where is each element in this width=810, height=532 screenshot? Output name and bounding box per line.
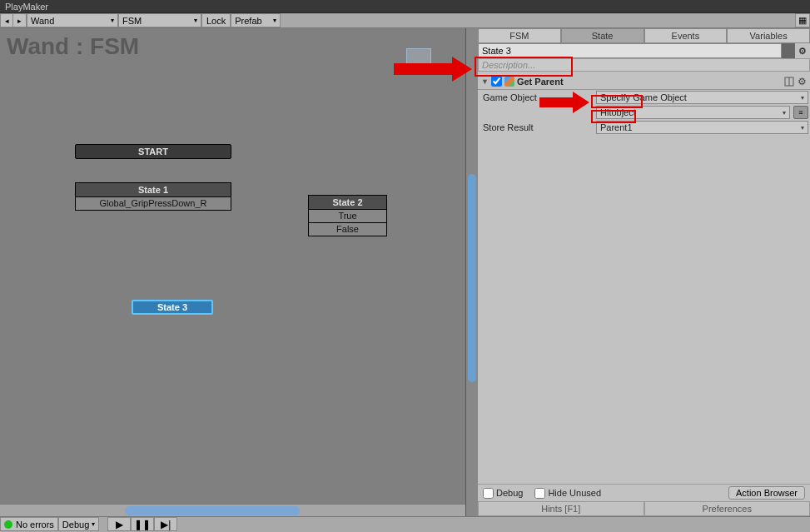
status-bar: No errors Debug ▾ ▶ ❚❚ ▶| [0,516,810,531]
history-back-button[interactable]: ◂ [0,13,13,27]
step-button[interactable]: ▶| [154,517,177,531]
error-text: No errors [16,520,54,530]
hitobject-dropdown[interactable]: Hitobject ▾ [596,106,790,119]
prop-label: Store Result [483,122,596,132]
dropdown-arrow-icon: ▾ [273,17,276,24]
status-ok-icon [4,520,12,529]
lock-label: Lock [206,16,226,26]
prefab-dropdown[interactable]: Prefab ▾ [231,13,281,27]
node-state2[interactable]: State 2 True False [308,195,387,236]
debug-checkbox[interactable] [483,488,494,499]
annotation-arrow-head-icon [452,57,472,82]
scrollbar-thumb[interactable] [468,174,476,382]
annotation-arrow-body [394,63,452,75]
dropdown-value: Hitobject [600,107,783,117]
inspector-tabs: FSM State Events Variables [478,28,810,43]
dropdown-arrow-icon: ▾ [783,109,786,117]
state-name-input[interactable] [478,43,782,58]
dropdown-value: Specify Game Object [600,92,801,102]
node-state3-title: State 3 [157,302,187,312]
tab-state[interactable]: State [561,28,644,43]
history-forward-button[interactable]: ▸ [13,13,27,27]
game-object-dropdown[interactable]: Specify Game Object ▾ [596,91,808,104]
canvas-horizontal-scrollbar[interactable] [0,504,465,516]
scrollbar-thumb[interactable] [125,506,300,515]
window-title: PlayMaker [5,2,48,12]
action-header-get-parent[interactable]: ▼ Get Parent [478,73,810,90]
debug-mode-label: Debug [62,520,89,530]
node-state2-event-0[interactable]: True [308,210,387,223]
variable-toggle-button[interactable]: ≡ [793,106,808,119]
debug-mode-dropdown[interactable]: Debug ▾ [58,517,99,531]
annotation-arrow-head-icon [573,92,589,113]
inspector-empty-area[interactable] [478,135,810,484]
color-swatch[interactable] [782,43,795,58]
tab-fsm[interactable]: FSM [478,28,561,43]
node-state1[interactable]: State 1 Global_GripPressDown_R [75,182,231,211]
canvas-vertical-scrollbar[interactable] [466,28,478,516]
debug-label: Debug [496,488,523,498]
action-type-icon [504,77,514,87]
prop-game-object: Game Object Specify Game Object ▾ [478,90,810,105]
pause-button[interactable]: ❚❚ [131,517,154,531]
prefab-label: Prefab [235,16,271,26]
prop-store-result: Store Result Parent1 ▾ [478,120,810,135]
fsm-owner-dropdown[interactable]: Wand ▾ [27,13,118,27]
action-browser-button[interactable]: Action Browser [728,486,805,500]
store-result-dropdown[interactable]: Parent1 ▾ [596,121,808,134]
lock-button[interactable]: Lock [201,13,231,27]
action-name: Get Parent [517,77,564,87]
minimap-toggle-button[interactable]: ▦ [795,13,810,27]
inspector-panel: FSM State Events Variables Description..… [478,28,810,516]
node-start[interactable]: START [75,144,231,159]
node-state2-event-1[interactable]: False [308,223,387,236]
action-enabled-checkbox[interactable] [491,76,502,87]
dropdown-arrow-icon: ▾ [194,17,197,24]
state-settings-button[interactable] [795,43,810,58]
play-button[interactable]: ▶ [107,517,131,531]
node-start-label: START [138,147,168,157]
editor-toolbar: ◂ ▸ Wand ▾ FSM ▾ Lock Prefab ▾ ▦ [0,13,810,28]
node-state1-title: State 1 [75,182,231,197]
dropdown-arrow-icon: ▾ [801,124,804,132]
hints-button[interactable]: Hints [F1] [478,501,644,516]
dropdown-arrow-icon: ▾ [111,17,114,24]
dropdown-arrow-icon: ▾ [92,520,95,528]
hide-unused-label: Hide Unused [548,488,601,498]
foldout-arrow-icon[interactable]: ▼ [481,77,489,86]
node-state1-event-0[interactable]: Global_GripPressDown_R [75,197,231,211]
action-settings-button[interactable] [798,76,807,87]
preferences-button[interactable]: Preferences [644,501,811,516]
help-icon[interactable] [783,76,795,87]
graph-canvas[interactable]: Wand : FSM START State 1 Global_GripPres… [0,28,466,516]
dropdown-arrow-icon: ▾ [801,94,804,102]
fsm-owner-label: Wand [31,16,109,26]
annotation-arrow-body [539,97,573,107]
tab-variables[interactable]: Variables [727,28,810,43]
error-status[interactable]: No errors [0,517,58,531]
canvas-title: Wand : FSM [7,33,139,60]
prop-game-object-value: Hitobject ▾ ≡ [478,105,810,120]
window-title-bar: PlayMaker [0,0,810,13]
node-state3-selected[interactable]: State 3 [132,300,213,315]
fsm-name-dropdown[interactable]: FSM ▾ [118,13,201,27]
tab-events[interactable]: Events [644,28,728,43]
hide-unused-checkbox[interactable] [534,488,545,499]
fsm-name-label: FSM [122,16,192,26]
node-state2-title: State 2 [308,195,387,210]
dropdown-value: Parent1 [600,122,801,132]
state-description-input[interactable]: Description... [478,58,810,72]
